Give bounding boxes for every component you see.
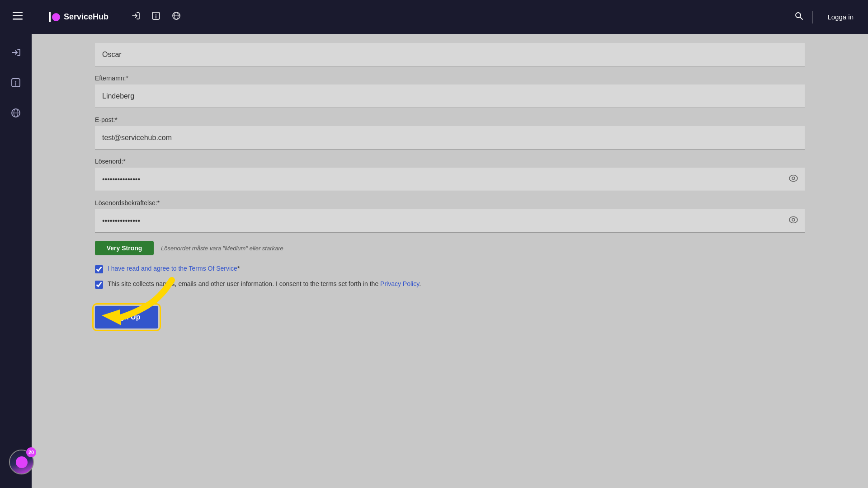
- password-label: Lösenord:*: [95, 158, 805, 165]
- topbar-right: Logga in: [794, 9, 859, 24]
- sidebar: [0, 34, 32, 488]
- svg-point-22: [792, 219, 795, 221]
- svg-rect-1: [13, 15, 23, 17]
- brand-name: ServiceHub: [64, 12, 108, 22]
- password-input[interactable]: [95, 168, 805, 191]
- brand: ServiceHub: [49, 12, 108, 22]
- terms-asterisk: *: [237, 265, 240, 272]
- brand-icon: [52, 13, 60, 21]
- svg-point-20: [792, 177, 795, 180]
- lastname-group: Efternamn:*: [95, 75, 805, 108]
- svg-point-14: [15, 81, 16, 82]
- privacy-label: This site collects names, emails and oth…: [108, 280, 421, 289]
- strength-row: Very Strong Lösenordet måste vara "Mediu…: [95, 241, 805, 255]
- form-container: Efternamn:* E-post:* Lösenord:*: [32, 34, 868, 347]
- strength-hint: Lösenordet måste vara "Medium" eller sta…: [161, 245, 283, 252]
- svg-line-11: [800, 17, 802, 19]
- strength-badge: Very Strong: [95, 241, 154, 255]
- sidebar-item-login[interactable]: [6, 43, 25, 64]
- sidebar-item-info[interactable]: [6, 73, 25, 94]
- password-wrapper: [95, 168, 805, 191]
- password-group: Lösenord:*: [95, 158, 805, 191]
- main-content: Efternamn:* E-post:* Lösenord:*: [32, 34, 868, 488]
- lastname-input[interactable]: [95, 84, 805, 108]
- svg-rect-2: [13, 19, 23, 20]
- email-group: E-post:*: [95, 116, 805, 150]
- svg-point-5: [156, 14, 156, 15]
- signup-wrapper: Sign Up: [95, 301, 158, 328]
- privacy-policy-link[interactable]: Privacy Policy: [380, 280, 419, 287]
- login-nav-icon[interactable]: [131, 11, 140, 23]
- firstname-input[interactable]: [95, 43, 805, 66]
- confirm-group: Lösenordsbekräftelse:*: [95, 199, 805, 233]
- topbar-left: ServiceHub: [9, 8, 181, 26]
- password-toggle-icon[interactable]: [788, 175, 798, 184]
- email-label: E-post:*: [95, 116, 805, 123]
- terms-link[interactable]: I have read and agree to the Terms Of Se…: [108, 265, 237, 272]
- topbar: ServiceHub: [0, 0, 868, 34]
- svg-point-21: [789, 217, 797, 223]
- signup-button[interactable]: Sign Up: [95, 306, 158, 328]
- privacy-row: This site collects names, emails and oth…: [95, 280, 805, 289]
- sidebar-toggle-icon[interactable]: [9, 8, 26, 26]
- globe-nav-icon[interactable]: [172, 11, 181, 23]
- topbar-icons: [131, 11, 181, 23]
- info-nav-icon[interactable]: [151, 11, 160, 23]
- search-icon[interactable]: [794, 11, 803, 23]
- privacy-checkbox[interactable]: [95, 281, 103, 289]
- topbar-divider: [812, 11, 813, 23]
- confirm-input[interactable]: [95, 209, 805, 233]
- terms-checkbox[interactable]: [95, 265, 103, 273]
- notification-badge: 20: [26, 447, 36, 457]
- svg-rect-0: [13, 12, 23, 13]
- terms-label: I have read and agree to the Terms Of Se…: [108, 264, 240, 273]
- avatar-bubble[interactable]: 20: [9, 450, 34, 474]
- confirm-toggle-icon[interactable]: [788, 216, 798, 226]
- svg-point-19: [789, 175, 797, 182]
- lastname-label: Efternamn:*: [95, 75, 805, 82]
- confirm-wrapper: [95, 209, 805, 233]
- svg-point-10: [796, 13, 801, 18]
- logga-in-button[interactable]: Logga in: [822, 9, 859, 24]
- confirm-label: Lösenordsbekräftelse:*: [95, 199, 805, 206]
- privacy-period: .: [419, 280, 421, 287]
- firstname-group: [95, 43, 805, 66]
- brand-bar: [49, 12, 51, 22]
- privacy-text: This site collects names, emails and oth…: [108, 280, 378, 287]
- sidebar-item-globe[interactable]: [6, 103, 25, 125]
- email-input[interactable]: [95, 126, 805, 150]
- terms-row: I have read and agree to the Terms Of Se…: [95, 264, 805, 273]
